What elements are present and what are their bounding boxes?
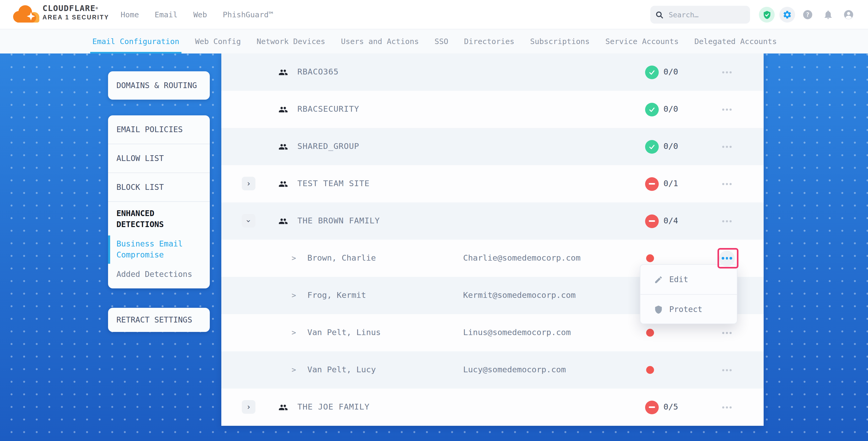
table-row[interactable]: SHARED_GROUP 0/0: [221, 128, 764, 165]
people-icon: [278, 403, 288, 412]
member-name: Van Pelt, Lucy: [307, 365, 376, 374]
minus-icon: [649, 406, 655, 408]
tab-subscriptions[interactable]: Subscriptions: [530, 29, 590, 54]
expand-toggle-button[interactable]: ›: [242, 177, 255, 190]
table-row[interactable]: RBACO365 0/0: [221, 54, 764, 91]
group-name: RBACO365: [298, 67, 339, 76]
nav-home[interactable]: Home: [121, 10, 139, 19]
status-badge-enabled: [645, 65, 659, 79]
status-dot-disabled: [646, 254, 654, 262]
gear-icon[interactable]: [779, 7, 795, 23]
tab-delegated-accounts[interactable]: Delegated Accounts: [694, 29, 777, 54]
shield-check-icon[interactable]: [759, 7, 775, 23]
sidebar-item-retract-settings[interactable]: RETRACT SETTINGS: [108, 315, 210, 324]
protection-count: 0/4: [663, 216, 678, 225]
top-header: CLOUDFLARE® AREA 1 SECURITY Home Email W…: [0, 0, 868, 29]
ellipsis-icon[interactable]: [718, 361, 736, 379]
active-indicator-bar: [108, 235, 110, 264]
protection-count: 0/1: [663, 179, 678, 188]
people-icon: [278, 105, 288, 114]
ellipsis-icon[interactable]: [718, 100, 736, 118]
ellipsis-icon[interactable]: [718, 324, 736, 342]
groups-table: RBACO365 0/0 RBACSECURITY 0/0 SHARED_GRO…: [221, 54, 764, 426]
shield-icon: [654, 305, 663, 314]
people-icon: [278, 68, 288, 77]
status-badge-disabled: [645, 177, 659, 191]
question-icon[interactable]: ?: [800, 7, 815, 23]
sidebar-item-email-policies[interactable]: EMAIL POLICIES: [108, 115, 210, 144]
top-navigation: Home Email Web PhishGuard™: [121, 0, 273, 29]
group-name: THE JOE FAMILY: [298, 402, 370, 412]
sidebar-card-retract-settings: RETRACT SETTINGS: [108, 308, 210, 332]
ellipsis-icon[interactable]: [718, 175, 736, 193]
bell-icon[interactable]: [820, 7, 836, 23]
member-chevron-icon: >: [291, 366, 296, 374]
member-email: Charlie@somedemocorp.com: [463, 253, 581, 263]
tab-network-devices[interactable]: Network Devices: [256, 29, 325, 54]
status-badge-enabled: [645, 140, 659, 153]
ellipsis-icon[interactable]: [718, 138, 736, 155]
expand-toggle-button[interactable]: ›: [242, 400, 255, 414]
minus-icon: [649, 183, 655, 185]
collapse-toggle-button[interactable]: ›: [242, 214, 255, 228]
people-icon: [278, 217, 288, 226]
ellipsis-icon[interactable]: [718, 398, 736, 416]
status-badge-enabled: [645, 102, 659, 116]
content-background: DOMAINS & ROUTING EMAIL POLICIES ALLOW L…: [0, 54, 868, 441]
cloudflare-logo[interactable]: CLOUDFLARE® AREA 1 SECURITY: [11, 4, 109, 25]
table-row[interactable]: › THE JOE FAMILY 0/5: [221, 388, 764, 426]
sidebar-item-added-detections[interactable]: Added Detections: [108, 265, 210, 288]
menu-item-edit[interactable]: Edit: [640, 265, 737, 294]
member-chevron-icon: >: [291, 291, 296, 300]
tab-service-accounts[interactable]: Service Accounts: [606, 29, 679, 54]
sidebar-item-business-email-compromise[interactable]: Business Email Compromise: [108, 234, 210, 265]
member-chevron-icon: >: [291, 328, 296, 337]
menu-label: Edit: [669, 275, 688, 284]
pencil-icon: [654, 275, 663, 284]
protection-count: 0/0: [663, 141, 678, 151]
table-row[interactable]: › TEST TEAM SITE 0/1: [221, 165, 764, 202]
people-icon: [278, 142, 288, 152]
cloudflare-cloud-icon: [11, 4, 40, 25]
row-context-menu: Edit Protect: [640, 264, 737, 324]
menu-label: Protect: [669, 305, 702, 314]
member-name: Van Pelt, Linus: [307, 328, 381, 337]
status-dot-disabled: [646, 329, 654, 337]
chevron-down-icon: ›: [245, 218, 252, 223]
header-icon-group: ?: [759, 7, 857, 23]
protection-count: 0/0: [663, 67, 678, 76]
tab-web-config[interactable]: Web Config: [195, 29, 241, 54]
sidebar-card-domains-routing: DOMAINS & ROUTING: [108, 71, 210, 100]
member-chevron-icon: >: [291, 254, 296, 262]
tab-users-and-actions[interactable]: Users and Actions: [341, 29, 419, 54]
tab-directories[interactable]: Directories: [464, 29, 515, 54]
status-badge-disabled: [645, 214, 659, 228]
app-root: CLOUDFLARE® AREA 1 SECURITY Home Email W…: [0, 0, 868, 441]
search-box[interactable]: [650, 6, 750, 24]
tab-email-configuration[interactable]: Email Configuration: [92, 29, 179, 54]
menu-item-protect[interactable]: Protect: [640, 295, 737, 324]
ellipsis-icon[interactable]: [718, 212, 736, 230]
table-row[interactable]: › THE BROWN FAMILY 0/4: [221, 202, 764, 240]
nav-phishguard[interactable]: PhishGuard™: [223, 10, 273, 19]
ellipsis-icon[interactable]: [719, 250, 735, 266]
sidebar-item-allow-list[interactable]: ALLOW LIST: [108, 144, 210, 172]
protection-count: 0/0: [663, 104, 678, 114]
user-icon[interactable]: [841, 7, 857, 23]
ellipsis-icon[interactable]: [718, 63, 736, 81]
status-badge-disabled: [645, 400, 659, 414]
sidebar-item-enhanced-detections[interactable]: ENHANCED DETECTIONS: [108, 202, 210, 234]
sidebar-item-domains-routing[interactable]: DOMAINS & ROUTING: [108, 81, 210, 90]
chevron-right-icon: ›: [246, 403, 251, 411]
member-name: Brown, Charlie: [307, 253, 376, 263]
search-input[interactable]: [668, 10, 741, 20]
brand-subtitle: AREA 1 SECURITY: [42, 14, 109, 21]
sidebar-item-block-list[interactable]: BLOCK LIST: [108, 173, 210, 201]
brand-name: CLOUDFLARE®: [42, 4, 109, 13]
chevron-right-icon: ›: [246, 180, 251, 187]
nav-email[interactable]: Email: [155, 10, 178, 19]
nav-web[interactable]: Web: [193, 10, 207, 19]
table-row[interactable]: RBACSECURITY 0/0: [221, 91, 764, 128]
tab-sso[interactable]: SSO: [435, 29, 448, 54]
table-row[interactable]: > Van Pelt, Lucy Lucy@somedemocorp.com: [221, 351, 764, 388]
